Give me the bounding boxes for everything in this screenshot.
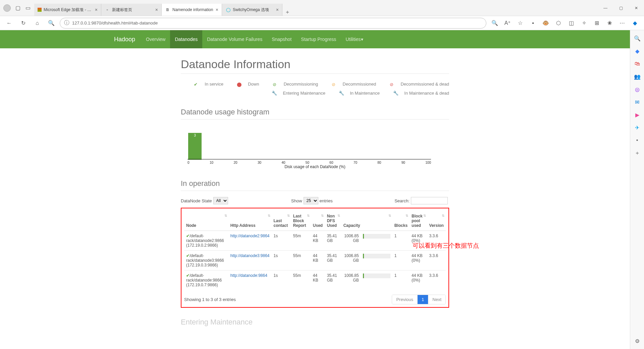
address-bar[interactable]: ⓘ — [60, 18, 486, 29]
collections-icon[interactable]: ⊞ — [591, 17, 602, 29]
workspaces-icon[interactable]: ▢ — [15, 5, 21, 11]
extensions-icon[interactable]: ⬡ — [553, 17, 564, 29]
find-icon[interactable]: 🔍 — [489, 17, 500, 29]
favicon-so: ◯ — [225, 7, 231, 12]
back-button[interactable]: ← — [3, 17, 15, 29]
ext2-icon[interactable]: 🐵 — [540, 17, 551, 29]
close-icon[interactable]: × — [95, 7, 98, 12]
close-window-button[interactable]: ✕ — [629, 2, 644, 14]
tab-strip: Microsoft Edge 加载项 - Switchy × ▫ 新建标签页 ×… — [34, 0, 598, 16]
tab-actions-icon[interactable]: ▭ — [25, 5, 31, 11]
menu-icon[interactable]: ⋯ — [616, 17, 628, 29]
tab-title: 新建标签页 — [112, 7, 153, 13]
tab-title: Microsoft Edge 加载项 - Switchy — [44, 7, 93, 13]
close-icon[interactable]: × — [155, 7, 158, 12]
ext3-icon[interactable]: ❀ — [604, 17, 615, 29]
tab-namenode[interactable]: 🗎 Namenode information × — [162, 4, 222, 16]
close-icon[interactable]: × — [216, 7, 218, 12]
window-titlebar: ▢ ▭ Microsoft Edge 加载项 - Switchy × ▫ 新建标… — [0, 0, 644, 16]
refresh-button[interactable]: ↻ — [17, 17, 29, 29]
browser-toolbar: ← ↻ ⌂ 🔍 ⓘ 🔍 A⁺ ☆ ▪ 🐵 ⬡ ◫ ✧ ⊞ ❀ ⋯ ◆ — [0, 16, 644, 30]
ext1-icon[interactable]: ▪ — [527, 17, 539, 29]
tab-switchyomega[interactable]: ◯ SwitchyOmega 选项 × — [222, 4, 282, 16]
maximize-button[interactable]: ▢ — [613, 2, 629, 14]
home-button[interactable]: ⌂ — [32, 17, 43, 29]
new-tab-button[interactable]: ＋ — [282, 9, 292, 16]
tab-edge-addons[interactable]: Microsoft Edge 加载项 - Switchy × — [34, 4, 101, 16]
close-icon[interactable]: × — [276, 7, 279, 12]
favicon-ms — [38, 8, 42, 12]
favorite-icon[interactable]: ☆ — [515, 17, 526, 29]
favorites-icon[interactable]: ✧ — [578, 17, 590, 29]
favicon-blank: ▫ — [105, 7, 110, 12]
read-aloud-icon[interactable]: A⁺ — [502, 17, 513, 29]
minimize-button[interactable]: — — [598, 2, 613, 14]
url-input[interactable] — [72, 20, 482, 26]
tab-newtab[interactable]: ▫ 新建标签页 × — [101, 4, 162, 16]
copilot-icon[interactable]: ◆ — [629, 17, 641, 29]
tab-title: Namenode information — [172, 7, 214, 12]
favicon-doc: 🗎 — [165, 7, 170, 12]
tab-title: SwitchyOmega 选项 — [233, 7, 274, 13]
search-button[interactable]: 🔍 — [46, 17, 57, 29]
split-icon[interactable]: ◫ — [566, 17, 577, 29]
info-icon[interactable]: ⓘ — [64, 19, 69, 27]
profile-avatar[interactable] — [3, 4, 11, 12]
